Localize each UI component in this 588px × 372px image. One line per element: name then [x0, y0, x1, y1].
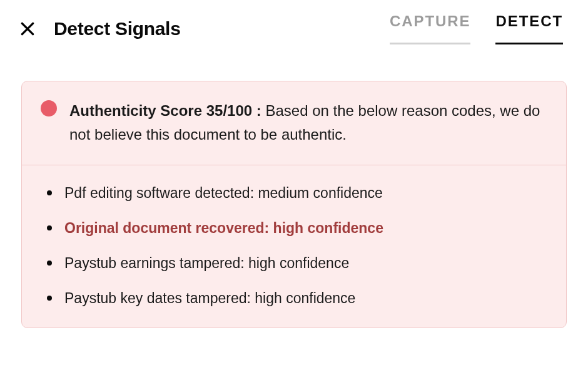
bullet-icon: [47, 296, 52, 301]
reason-item: Paystub earnings tampered: high confiden…: [47, 253, 566, 273]
close-button[interactable]: [19, 20, 36, 38]
score-summary: Authenticity Score 35/100 : Based on the…: [69, 99, 547, 147]
status-dot-icon: [41, 100, 57, 116]
tab-detect[interactable]: DETECT: [495, 13, 563, 44]
tabs: CAPTURE DETECT: [390, 13, 569, 44]
reason-list: Pdf editing software detected: medium co…: [22, 165, 566, 328]
panel-head: Authenticity Score 35/100 : Based on the…: [22, 81, 566, 165]
header: Detect Signals CAPTURE DETECT: [0, 0, 588, 44]
reason-text: Pdf editing software detected: medium co…: [64, 183, 383, 203]
reason-item: Paystub key dates tampered: high confide…: [47, 288, 566, 308]
tab-capture[interactable]: CAPTURE: [390, 13, 470, 44]
header-left: Detect Signals: [19, 18, 181, 39]
bullet-icon: [47, 190, 52, 195]
reason-item: Original document recovered: high confid…: [47, 218, 566, 238]
reason-text: Original document recovered: high confid…: [64, 218, 383, 238]
authenticity-panel: Authenticity Score 35/100 : Based on the…: [21, 81, 567, 328]
close-icon: [19, 21, 36, 37]
page-title: Detect Signals: [54, 18, 181, 39]
reason-text: Paystub key dates tampered: high confide…: [64, 288, 355, 308]
bullet-icon: [47, 225, 52, 230]
bullet-icon: [47, 261, 52, 266]
reason-item: Pdf editing software detected: medium co…: [47, 183, 566, 203]
reason-text: Paystub earnings tampered: high confiden…: [64, 253, 349, 273]
score-label: Authenticity Score 35/100 :: [69, 102, 261, 119]
